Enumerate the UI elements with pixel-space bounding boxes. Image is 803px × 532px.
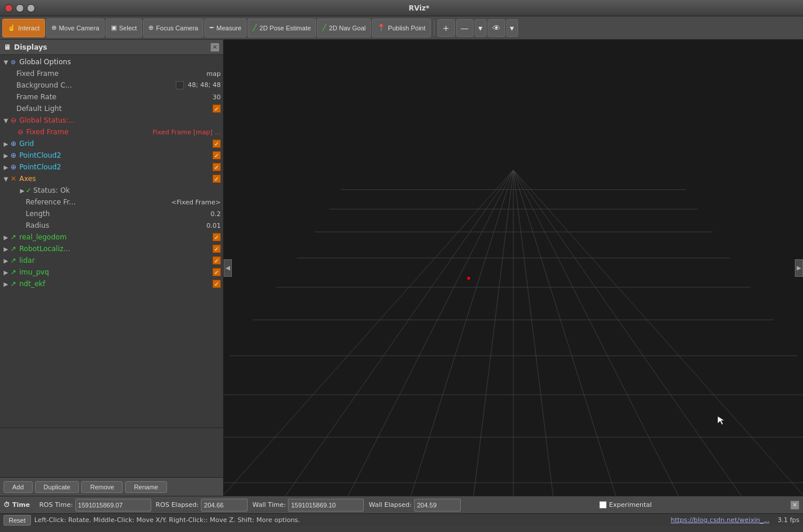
lidar-row[interactable]: ▶ ↗ lidar ✓ — [0, 255, 223, 266]
background-color-value: 48; 48; 48 — [176, 81, 221, 89]
expand-imu-pvq[interactable]: ▶ — [2, 269, 9, 276]
action-buttons: Add Duplicate Remove Rename — [0, 477, 223, 496]
wall-elapsed-group: Wall Elapsed: — [369, 499, 460, 512]
expand-robot-localiz[interactable]: ▶ — [2, 246, 9, 252]
expand-pc2-2[interactable]: ▶ — [2, 164, 9, 171]
window-controls[interactable] — [5, 4, 35, 12]
statusbar-url[interactable]: https://blog.csdn.net/weixin_... — [670, 516, 769, 524]
ndt-ekf-row[interactable]: ▶ ↗ ndt_ekf ✓ — [0, 278, 223, 290]
global-status-error-icon: ⊖ — [9, 116, 18, 124]
displays-header: 🖥 Displays ✕ — [0, 40, 223, 55]
expand-axes[interactable]: ▼ — [2, 176, 9, 182]
wall-time-label: Wall Time: — [252, 501, 286, 509]
global-options-row[interactable]: ▼ ⚙ Global Options — [0, 56, 223, 68]
imu-pvq-row[interactable]: ▶ ↗ imu_pvq ✓ — [0, 266, 223, 278]
time-panel-title: Time — [12, 501, 30, 509]
eye-dropdown-button[interactable]: ▾ — [506, 19, 518, 37]
select-icon: ▣ — [111, 24, 117, 32]
measure-button[interactable]: ━ Measure — [204, 19, 246, 37]
left-collapse-button[interactable]: ◀ — [224, 259, 232, 277]
pose-estimate-button[interactable]: ╱ 2D Pose Estimate — [248, 19, 316, 37]
pc2-2-checkbox[interactable]: ✓ — [213, 163, 221, 171]
real-legodom-label: real_legodom — [19, 233, 210, 241]
fixed-frame-row[interactable]: Fixed Frame map — [0, 68, 223, 79]
wall-time-group: Wall Time: — [252, 499, 364, 512]
expand-global-status[interactable]: ▼ — [2, 117, 9, 124]
pointcloud2-2-label: PointCloud2 — [19, 163, 210, 171]
global-status-fixed-frame-label: Fixed Frame — [26, 128, 150, 136]
axes-checkbox[interactable]: ✓ — [213, 175, 221, 183]
add-button[interactable]: Add — [4, 481, 33, 493]
default-light-row[interactable]: Default Light ✓ — [0, 103, 223, 114]
select-button[interactable]: ▣ Select — [106, 19, 142, 37]
expand-axes-status[interactable]: ▶ — [19, 187, 26, 194]
minus-button[interactable]: — — [456, 19, 474, 37]
axes-status-row[interactable]: ▶ ✓ Status: Ok — [0, 185, 223, 196]
wall-time-input[interactable] — [288, 499, 364, 512]
ndt-ekf-checkbox[interactable]: ✓ — [213, 280, 221, 288]
default-light-checkbox[interactable]: ✓ — [213, 105, 221, 113]
grid-row[interactable]: ▶ ⊕ Grid ✓ — [0, 138, 223, 149]
nav-goal-button[interactable]: ╱ 2D Nav Goal — [317, 19, 371, 37]
add-display-button[interactable]: + — [437, 19, 455, 37]
rename-button[interactable]: Rename — [125, 481, 167, 493]
remove-button[interactable]: Remove — [81, 481, 123, 493]
imu-pvq-icon: ↗ — [9, 268, 18, 276]
reset-button[interactable]: Reset — [4, 515, 31, 526]
expand-real-legodom[interactable]: ▶ — [2, 234, 9, 241]
publish-point-button[interactable]: 📍 Publish Point — [372, 19, 430, 37]
lidar-checkbox[interactable]: ✓ — [213, 256, 221, 265]
publish-icon: 📍 — [377, 24, 385, 32]
interact-button[interactable]: ☝ Interact — [2, 19, 45, 37]
expand-global-options[interactable]: ▼ — [2, 59, 9, 65]
viewport-3d[interactable]: ◀ ▶ — [224, 40, 803, 496]
pointcloud2-2-row[interactable]: ▶ ⊕ PointCloud2 ✓ — [0, 161, 223, 173]
grid-label: Grid — [19, 140, 210, 148]
nav-icon: ╱ — [322, 24, 326, 32]
maximize-button[interactable] — [27, 4, 35, 12]
close-button[interactable] — [5, 4, 13, 12]
minimize-button[interactable] — [16, 4, 24, 12]
right-collapse-button[interactable]: ▶ — [795, 259, 803, 277]
axes-status-label: Status: Ok — [33, 186, 221, 194]
wall-elapsed-input[interactable] — [414, 499, 461, 512]
expand-grid[interactable]: ▶ — [2, 141, 9, 147]
move-camera-button[interactable]: ⊕ Move Camera — [46, 19, 105, 37]
pc2-1-checkbox[interactable]: ✓ — [213, 151, 221, 159]
time-panel-close-button[interactable]: ✕ — [790, 500, 799, 510]
grid-checkbox[interactable]: ✓ — [213, 140, 221, 148]
duplicate-button[interactable]: Duplicate — [35, 481, 79, 493]
eye-button[interactable]: 👁 — [488, 19, 505, 37]
imu-pvq-label: imu_pvq — [19, 268, 210, 276]
experimental-checkbox[interactable] — [599, 501, 607, 509]
expand-pc2-1[interactable]: ▶ — [2, 152, 9, 159]
axes-radius-label: Radius — [26, 221, 204, 230]
frame-rate-label: Frame Rate — [16, 93, 210, 101]
lidar-label: lidar — [19, 256, 210, 265]
experimental-group: Experimental — [599, 501, 652, 509]
real-legodom-checkbox[interactable]: ✓ — [213, 233, 221, 241]
axes-length-row[interactable]: Length 0.2 — [0, 208, 223, 220]
frame-rate-row[interactable]: Frame Rate 30 — [0, 91, 223, 103]
focus-camera-button[interactable]: ⊕ Focus Camera — [143, 19, 203, 37]
expand-lidar[interactable]: ▶ — [2, 258, 9, 264]
ros-time-input[interactable] — [75, 499, 151, 512]
dropdown-button[interactable]: ▾ — [475, 19, 486, 37]
axes-row[interactable]: ▼ ✕ Axes ✓ — [0, 173, 223, 185]
pointcloud2-1-row[interactable]: ▶ ⊕ PointCloud2 ✓ — [0, 149, 223, 161]
global-status-row[interactable]: ▼ ⊖ Global Status:... — [0, 114, 223, 126]
imu-pvq-checkbox[interactable]: ✓ — [213, 268, 221, 276]
ros-elapsed-input[interactable] — [201, 499, 248, 512]
displays-icon: 🖥 — [4, 43, 11, 51]
global-status-fixed-frame-row[interactable]: ⊖ Fixed Frame Fixed Frame [map] ... — [0, 126, 223, 138]
pose-icon: ╱ — [253, 24, 257, 32]
robot-localiz-checkbox[interactable]: ✓ — [213, 245, 221, 253]
axes-reference-row[interactable]: Reference Fr... <Fixed Frame> — [0, 196, 223, 208]
robot-localiz-row[interactable]: ▶ ↗ RobotLocaliz... ✓ — [0, 243, 223, 255]
axes-radius-row[interactable]: Radius 0.01 — [0, 220, 223, 231]
displays-close-button[interactable]: ✕ — [210, 43, 220, 52]
background-color-row[interactable]: Background C... 48; 48; 48 — [0, 79, 223, 91]
real-legodom-row[interactable]: ▶ ↗ real_legodom ✓ — [0, 231, 223, 243]
displays-title: Displays — [14, 43, 47, 51]
expand-ndt-ekf[interactable]: ▶ — [2, 281, 9, 287]
